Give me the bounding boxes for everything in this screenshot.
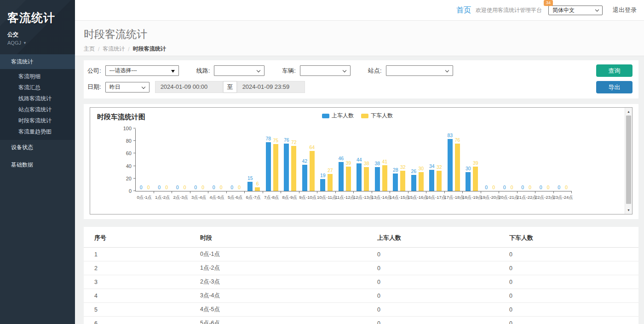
chart-panel: 时段车流统计图 上车人数下车人数 02040608010000000000000…: [84, 104, 638, 219]
company-select-value: ---请选择---: [109, 67, 137, 75]
app-title: 客流统计: [7, 10, 75, 25]
bar-上车人数: [448, 139, 453, 191]
bar-group-22: 00: [535, 129, 554, 191]
bar-value-label: 44: [356, 157, 362, 162]
bar-value-label: 0: [220, 185, 223, 190]
logout-link[interactable]: 退出登录: [613, 6, 637, 14]
caret-down-icon: ▼: [23, 41, 27, 45]
bar-value-label: 0: [158, 185, 161, 190]
sidebar-item-0-4[interactable]: 时段客流统计: [0, 115, 75, 126]
chevron-down-icon: [343, 69, 346, 72]
sidebar-item-0-5[interactable]: 客流量趋势图: [0, 126, 75, 137]
breadcrumb-link-1[interactable]: 客流统计: [103, 45, 125, 53]
legend-item-下车人数[interactable]: 下车人数: [361, 112, 393, 120]
bar-value-label: 32: [400, 164, 406, 170]
bar-下车人数: [419, 172, 424, 191]
sidebar-item-0-3[interactable]: 站点客流统计: [0, 104, 75, 115]
table-cell: 0: [499, 248, 638, 261]
bar-col: 76: [455, 144, 460, 191]
breadcrumb-current: 时段客流统计: [133, 45, 166, 53]
home-link[interactable]: 首页: [456, 6, 471, 15]
scrollbar-thumb[interactable]: [626, 116, 631, 204]
bar-col: 6: [255, 187, 260, 191]
language-select[interactable]: 简体中文: [548, 6, 603, 15]
scroll-down-arrow-icon[interactable]: ▼: [625, 207, 632, 214]
station-select[interactable]: [386, 65, 453, 76]
date-filter: 日期: 昨日: [87, 82, 150, 93]
bar-col: 38: [375, 167, 380, 191]
bar-value-label: 27: [328, 168, 333, 173]
x-tick-label: 9点-10点: [299, 195, 317, 201]
bar-col: 34: [429, 170, 434, 191]
table-cell: 4点-5点: [190, 303, 367, 317]
bar-value-label: 38: [374, 161, 380, 166]
date-preset-select[interactable]: 昨日: [105, 82, 150, 93]
line-filter: 线路:: [196, 65, 265, 76]
filter-row-1: 公司: ---请选择--- 线路: 车辆:: [87, 65, 632, 76]
bar-col: 15: [247, 182, 253, 191]
bar-group-7: 7875: [263, 129, 282, 191]
bar-下车人数: [310, 151, 315, 191]
x-tick-label: 16点-17点: [426, 195, 444, 201]
data-table-panel: 序号时段上车人数下车人数 10点-1点0021点-2点0032点-3点0043点…: [84, 227, 638, 324]
export-button[interactable]: 导出: [596, 81, 632, 93]
date-preset-value: 昨日: [109, 83, 121, 91]
x-tick-label: 0点-1点: [135, 195, 154, 201]
sidebar-section-0[interactable]: 客流统计: [0, 54, 75, 69]
bar-value-label: 0: [547, 185, 550, 190]
bar-value-label: 72: [291, 139, 297, 145]
chevron-down-icon: [595, 7, 599, 11]
bar-group-18: 3039: [463, 129, 481, 191]
sidebar-item-0-2[interactable]: 线路客流统计: [0, 93, 75, 104]
date-label: 日期:: [87, 83, 101, 91]
query-button[interactable]: 查询: [596, 64, 632, 77]
sidebar-item-0-1[interactable]: 客流汇总: [0, 82, 75, 93]
line-select[interactable]: [214, 65, 264, 76]
breadcrumb-link-0[interactable]: 主页: [84, 45, 95, 53]
bar-group-4: 00: [208, 129, 227, 191]
table-cell: 3点-4点: [190, 289, 367, 303]
table-row: 65点-6点00: [84, 317, 638, 324]
line-label: 线路:: [196, 67, 210, 75]
table-cell: 0: [367, 275, 499, 289]
scroll-up-arrow-icon[interactable]: ▲: [625, 108, 632, 115]
chart-x-axis-labels: 0点-1点1点-2点2点-3点3点-4点4点-5点5点-6点6点-7点7点-8点…: [135, 195, 571, 201]
chart-plot: 0204060801000000000000001567875767242641…: [135, 129, 571, 191]
station-filter: 站点:: [368, 65, 453, 76]
sidebar-item-0-0[interactable]: 客流明细: [0, 71, 75, 82]
bar-value-label: 0: [213, 185, 215, 190]
legend-item-上车人数[interactable]: 上车人数: [322, 112, 354, 120]
bar-group-2: 00: [172, 129, 190, 191]
bar-上车人数: [320, 179, 325, 191]
bar-上车人数: [429, 170, 434, 191]
bar-group-21: 00: [518, 129, 536, 191]
bar-value-label: 32: [437, 164, 442, 170]
bar-col: 38: [364, 167, 369, 191]
bar-value-label: 39: [473, 160, 478, 166]
date-from-input[interactable]: 2024-01-09 00:00: [155, 81, 223, 93]
sidebar-section-1[interactable]: 设备状态: [0, 140, 75, 155]
vehicle-select[interactable]: [300, 65, 351, 76]
sidebar-section-2[interactable]: 基础数据: [0, 157, 75, 172]
company-select[interactable]: ---请选择---: [105, 65, 179, 76]
bar-value-label: 0: [230, 185, 233, 190]
bar-group-6: 156: [245, 129, 263, 191]
page-title: 时段客流统计: [84, 27, 644, 41]
y-tick-label: 40: [118, 163, 132, 169]
date-to-input[interactable]: 2024-01-09 23:59: [237, 81, 305, 93]
bar-value-label: 46: [338, 156, 344, 161]
legend-swatch-icon: [322, 114, 329, 118]
bar-value-label: 0: [194, 185, 197, 190]
date-range-group: 2024-01-09 00:00 至 2024-01-09 23:59: [155, 81, 305, 93]
chart-plot-wrap: 0204060801000000000000001567875767242641…: [135, 129, 571, 201]
filter-actions: 查询 导出: [596, 64, 632, 93]
table-row: 54点-5点00: [84, 303, 638, 317]
bar-下车人数: [382, 165, 387, 191]
table-cell: 0: [367, 248, 499, 261]
org-code-dropdown[interactable]: AQGJ ▼: [7, 40, 75, 46]
bar-col: 26: [411, 175, 416, 191]
bar-value-label: 78: [265, 136, 271, 141]
bar-group-5: 00: [227, 129, 245, 191]
bar-value-label: 76: [284, 137, 289, 143]
x-tick-label: 1点-2点: [154, 195, 172, 201]
